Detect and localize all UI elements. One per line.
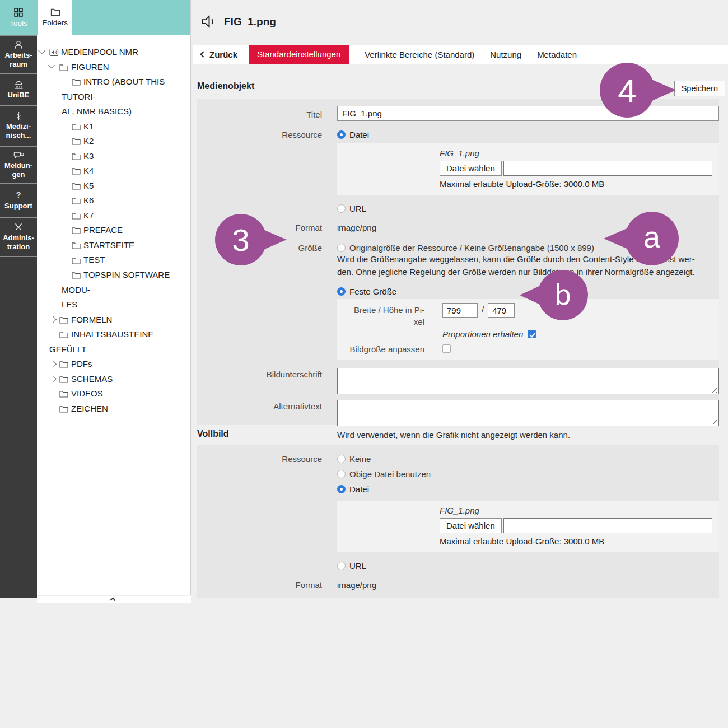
original-size-radio[interactable] (337, 244, 346, 252)
nav-item-support[interactable]: ? Support (0, 183, 37, 217)
tree-node-icon (72, 119, 83, 133)
tree-chevron-icon[interactable] (62, 148, 72, 162)
tab-standardeinstellungen[interactable]: Standardeinstellungen (249, 45, 349, 64)
nav-label-support: Support (4, 202, 32, 211)
nav-item-medizinisch[interactable]: Medizi- nisch... (0, 105, 37, 146)
tree-chevron-icon[interactable] (62, 164, 72, 178)
vb-current-file-name: FIG_1.png (440, 506, 719, 515)
nav-item-tools[interactable]: Tools (0, 0, 37, 35)
nav-item-arbeitsraum[interactable]: Arbeits- raum (0, 35, 37, 73)
tree-chevron-icon[interactable] (49, 59, 59, 73)
tree-item[interactable]: K6 (37, 192, 190, 207)
current-file-name: FIG_1.png (440, 148, 719, 158)
nav-label-unibe: UniBE (8, 91, 30, 100)
folder-icon (72, 242, 81, 249)
tree-item[interactable]: INHALTSBAUSTEINE GEFÜLLT (37, 326, 190, 356)
tree-node-icon (72, 268, 83, 282)
folder-tree: MEDIENPOOL NMR FIGUREN INTRO (ABOUT THIS… (37, 35, 190, 415)
vb-url-radio[interactable] (337, 562, 346, 570)
tree-item-label: ZEICHEN (71, 403, 108, 413)
tree-item[interactable]: VIDEOS (37, 385, 190, 400)
tree-node-icon (72, 253, 83, 267)
panel-resize-bar[interactable] (37, 596, 191, 603)
medienobjekt-form: Titel Ressource Datei FIG_1.png Datei wä… (197, 99, 719, 425)
tree-chevron-icon[interactable] (62, 134, 72, 148)
keep-proportions-checkbox[interactable] (528, 330, 536, 338)
height-input[interactable] (488, 303, 515, 318)
tree-chevron-icon[interactable] (62, 119, 72, 133)
tree-chevron-icon[interactable] (62, 208, 72, 222)
folder-icon (72, 123, 81, 130)
file-path-input[interactable] (503, 161, 712, 176)
tree-chevron-icon[interactable] (62, 268, 72, 282)
alt-textarea[interactable] (337, 400, 719, 426)
folder-panel: Folders MEDIENPOOL NMR FIGUREN INTRO (AB… (37, 0, 191, 595)
vb-choose-file-button[interactable]: Datei wählen (440, 518, 502, 533)
tree-item-label: K4 (83, 166, 94, 175)
tree-chevron-icon[interactable] (62, 223, 72, 237)
folder-icon (72, 78, 81, 86)
tree-chevron-icon[interactable] (49, 371, 59, 385)
width-height-label: Breite / Höhe in Pi- xel (337, 303, 424, 328)
tree-item[interactable]: PREFACE (37, 222, 190, 237)
tree-item[interactable]: K4 (37, 162, 190, 178)
tree-item[interactable]: K3 (37, 148, 190, 163)
tree-chevron-icon[interactable] (62, 178, 72, 192)
titel-input[interactable] (337, 106, 719, 121)
nav-item-meldungen[interactable]: Meldun- gen (0, 146, 37, 183)
datei-radio[interactable] (337, 130, 346, 139)
tab-nutzung[interactable]: Nutzung (490, 50, 521, 59)
media-pool-icon (49, 48, 59, 57)
tree-item[interactable]: TOPSPIN SOFTWARE MODU- LES (37, 267, 190, 311)
fixed-size-radio[interactable] (337, 287, 346, 296)
folder-icon (59, 405, 68, 413)
tree-chevron-icon[interactable] (49, 401, 59, 415)
tab-verlinkte-bereiche[interactable]: Verlinkte Bereiche (Standard) (365, 50, 474, 59)
url-radio[interactable] (337, 204, 346, 213)
tree-item-label: K5 (83, 180, 94, 190)
tree-item[interactable]: K7 (37, 207, 190, 222)
tree-item-label: K3 (83, 151, 94, 160)
keep-proportions-label: Proportionen erhalten (442, 329, 523, 339)
caption-textarea[interactable] (337, 368, 719, 394)
tree-item[interactable]: FIGUREN (37, 59, 190, 74)
back-button[interactable]: Zurück (201, 50, 237, 59)
tree-item[interactable]: SCHEMAS (37, 371, 190, 386)
tree-chevron-icon[interactable] (49, 327, 59, 341)
nav-item-unibe[interactable]: UniBE (0, 73, 37, 105)
svg-text:?: ? (16, 191, 21, 199)
tree-node-icon (59, 401, 71, 415)
tree-item[interactable]: K5 (37, 178, 190, 193)
tree-item[interactable]: INTRO (ABOUT THIS TUTORI- AL, NMR BASICS… (37, 73, 190, 118)
tree-chevron-icon[interactable] (62, 74, 72, 88)
tab-metadaten[interactable]: Metadaten (537, 50, 577, 59)
tree-item[interactable]: FORMELN (37, 311, 190, 326)
tree-item[interactable]: STARTSEITE (37, 237, 190, 252)
tree-chevron-icon[interactable] (62, 253, 72, 267)
tree-chevron-icon[interactable] (62, 237, 72, 251)
vb-obige-radio[interactable] (337, 470, 346, 478)
vb-keine-radio[interactable] (337, 455, 346, 463)
folder-icon (59, 64, 68, 71)
nav-item-administration[interactable]: Adminis- tration (0, 217, 37, 256)
tree-item-label: PDFs (71, 359, 92, 368)
vb-datei-radio[interactable] (337, 485, 346, 493)
tree-item[interactable]: MEDIENPOOL NMR (37, 44, 190, 59)
tree-item[interactable]: K1 (37, 118, 190, 133)
tree-item[interactable]: ZEICHEN (37, 400, 190, 416)
tree-chevron-icon[interactable] (39, 45, 49, 59)
vb-file-path-input[interactable] (503, 518, 712, 533)
tree-item[interactable]: PDFs (37, 356, 190, 371)
tree-chevron-icon[interactable] (49, 357, 59, 371)
adjust-size-checkbox[interactable] (442, 344, 451, 353)
save-button[interactable]: Speichern (674, 81, 725, 96)
tree-item[interactable]: TEST (37, 251, 190, 267)
tree-chevron-icon[interactable] (49, 386, 59, 400)
tab-folders[interactable]: Folders (38, 0, 72, 35)
choose-file-button[interactable]: Datei wählen (440, 161, 502, 176)
tree-chevron-icon[interactable] (49, 312, 59, 326)
tree-item[interactable]: K2 (37, 133, 190, 148)
tree-chevron-icon[interactable] (62, 193, 72, 207)
back-label: Zurück (209, 50, 237, 59)
width-input[interactable] (442, 303, 478, 318)
